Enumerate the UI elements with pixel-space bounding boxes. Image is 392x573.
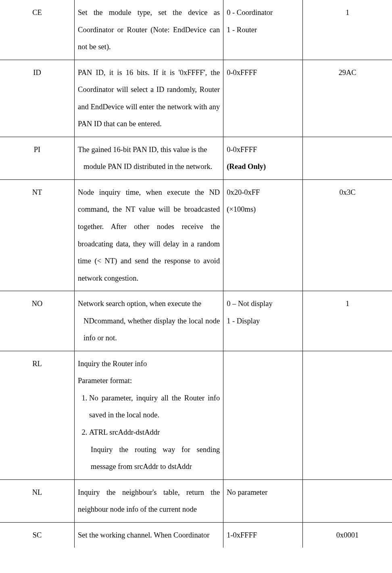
list-item: No parameter, inquiry all the Router inf… xyxy=(89,390,220,424)
range-line: (×100ms) xyxy=(227,205,256,213)
list-item: ATRL srcAddr-dstAddr Inquiry the routing… xyxy=(89,424,220,475)
cmd-cell: NT xyxy=(0,179,75,291)
desc-text: Network search option, when execute the xyxy=(78,300,201,308)
default-cell: 1 xyxy=(303,291,392,351)
default-cell: 1 xyxy=(303,0,392,60)
desc-cell: Set the working channel. When Coordinato… xyxy=(75,522,223,548)
default-cell xyxy=(303,479,392,522)
range-cell: 0-0xFFFF (Read Only) xyxy=(223,137,303,179)
range-line: 0x20-0xFF xyxy=(227,188,260,196)
desc-cell: Inquiry the neighbour's table, return th… xyxy=(75,479,223,522)
range-line: 1 - Display xyxy=(227,317,260,325)
cmd-cell: NO xyxy=(0,291,75,351)
cmd-cell: ID xyxy=(0,60,75,137)
table-row: SC Set the working channel. When Coordin… xyxy=(0,522,392,548)
range-cell: 0 - Coordinator 1 - Router xyxy=(223,0,303,60)
range-cell: 0 – Not display 1 - Display xyxy=(223,291,303,351)
desc-text: module PAN ID distributed in the network… xyxy=(78,158,220,175)
table-row: RL Inquiry the Router info Parameter for… xyxy=(0,351,392,479)
cmd-cell: CE xyxy=(0,0,75,60)
desc-cell: Node inquiry time, when execute the ND c… xyxy=(75,179,223,291)
cmd-cell: RL xyxy=(0,351,75,479)
range-cell: No parameter xyxy=(223,479,303,522)
range-readonly: (Read Only) xyxy=(227,163,266,171)
default-cell: 29AC xyxy=(303,60,392,137)
range-line: 0 - Coordinator xyxy=(227,8,273,17)
cmd-cell: PI xyxy=(0,137,75,179)
command-table: CE Set the module type, set the device a… xyxy=(0,0,392,548)
range-cell: 1-0xFFFF xyxy=(223,522,303,548)
rl-item-text: ATRL srcAddr-dstAddr xyxy=(89,428,160,436)
table-row: NO Network search option, when execute t… xyxy=(0,291,392,351)
default-cell: 0x0001 xyxy=(303,522,392,548)
desc-cell: Network search option, when execute the … xyxy=(75,291,223,351)
range-cell xyxy=(223,351,303,479)
range-line: 0-0xFFFF xyxy=(227,146,257,154)
desc-cell: The gained 16-bit PAN ID, this value is … xyxy=(75,137,223,179)
table-row: NL Inquiry the neighbour's table, return… xyxy=(0,479,392,522)
rl-title: Inquiry the Router info xyxy=(78,355,220,373)
desc-text: The gained 16-bit PAN ID, this value is … xyxy=(78,146,207,154)
rl-list: No parameter, inquiry all the Router inf… xyxy=(78,390,220,475)
desc-cell: Set the module type, set the device as C… xyxy=(75,0,223,60)
range-line: 1 - Router xyxy=(227,26,257,34)
rl-format: Parameter format: xyxy=(78,372,220,390)
desc-cell: PAN ID, it is 16 bits. If it is '0xFFFF'… xyxy=(75,60,223,137)
table-row: PI The gained 16-bit PAN ID, this value … xyxy=(0,137,392,179)
table-row: ID PAN ID, it is 16 bits. If it is '0xFF… xyxy=(0,60,392,137)
cmd-cell: SC xyxy=(0,522,75,548)
default-cell xyxy=(303,137,392,179)
range-line: 0 – Not display xyxy=(227,300,273,308)
desc-cell: Inquiry the Router info Parameter format… xyxy=(75,351,223,479)
cmd-cell: NL xyxy=(0,479,75,522)
desc-text: NDcommand, whether display the local nod… xyxy=(78,313,220,347)
range-cell: 0x20-0xFF (×100ms) xyxy=(223,179,303,291)
range-cell: 0-0xFFFF xyxy=(223,60,303,137)
default-cell: 0x3C xyxy=(303,179,392,291)
rl-item-text: Inquiry the routing way for sending mess… xyxy=(89,441,220,475)
default-cell xyxy=(303,351,392,479)
table-row: CE Set the module type, set the device a… xyxy=(0,0,392,60)
table-row: NT Node inquiry time, when execute the N… xyxy=(0,179,392,291)
range-line: 0-0xFFFF xyxy=(227,69,257,77)
rl-item-text: No parameter, inquiry all the Router inf… xyxy=(89,394,220,419)
